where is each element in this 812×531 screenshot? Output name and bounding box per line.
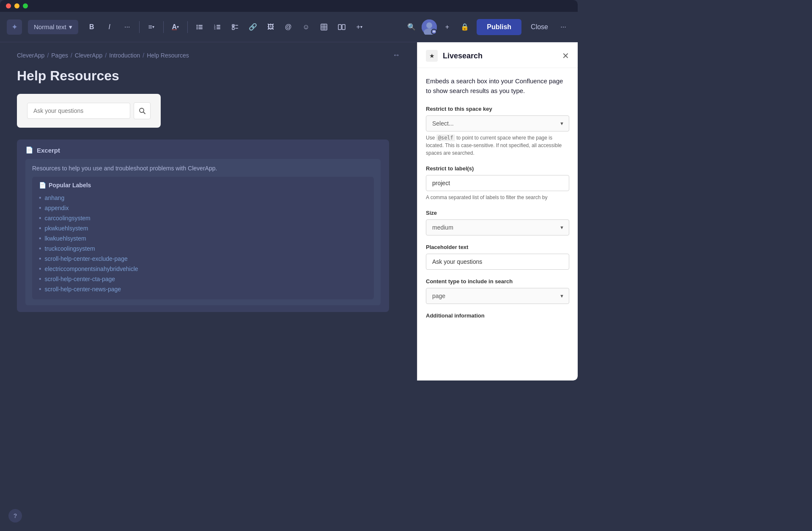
popular-labels-header: 📄 Popular Labels — [39, 182, 367, 189]
list-item: pkwkuehlsystem — [39, 223, 367, 233]
label-link[interactable]: carcoolingsystem — [45, 215, 91, 222]
size-select-wrapper: small medium large — [426, 219, 569, 235]
svg-rect-14 — [232, 27, 234, 30]
popular-labels-section: 📄 Popular Labels anhang appendix carcool… — [32, 177, 374, 299]
labels-input[interactable] — [426, 175, 569, 191]
panel-title: Livesearch — [443, 52, 557, 60]
livesearch-input[interactable] — [27, 103, 130, 119]
minimize-dot[interactable] — [14, 3, 19, 8]
link-button[interactable]: 🔗 — [245, 19, 261, 35]
label-link[interactable]: scroll-help-center-cta-page — [45, 276, 115, 282]
label-list: anhang appendix carcoolingsystem pkwkueh… — [39, 193, 367, 294]
toolbar-separator — [139, 21, 140, 33]
breadcrumb-item-5[interactable]: Help Resources — [147, 52, 189, 59]
main-area: CleverApp / Pages / CleverApp / Introduc… — [0, 42, 578, 380]
excerpt-text: Resources to help you use and troublesho… — [32, 165, 374, 172]
maximize-dot[interactable] — [23, 3, 28, 8]
breadcrumb-item-3[interactable]: CleverApp — [75, 52, 102, 59]
page-title: Help Resources — [17, 68, 400, 84]
search-box — [27, 102, 151, 119]
more-formatting-button[interactable]: ··· — [120, 19, 135, 35]
svg-rect-16 — [321, 24, 327, 30]
bullet-list-button[interactable] — [192, 19, 207, 35]
labels-hint: A comma separated list of labels to filt… — [426, 194, 569, 201]
list-item: lkwkuehlsystem — [39, 233, 367, 244]
labels-label: Restrict to label(s) — [426, 165, 569, 172]
size-field: Size small medium large — [426, 210, 569, 235]
bold-button[interactable]: B — [84, 19, 99, 35]
placeholder-input[interactable] — [426, 254, 569, 270]
columns-button[interactable] — [334, 19, 349, 35]
panel-body: Embeds a search box into your Confluence… — [417, 68, 578, 380]
space-key-field: Restrict to this space key Select... Use… — [426, 106, 569, 157]
label-link[interactable]: lkwkuehlsystem — [45, 235, 86, 242]
svg-rect-21 — [338, 25, 341, 30]
content-type-select[interactable]: page blogpost all — [426, 288, 569, 304]
insert-button[interactable]: +▾ — [352, 19, 367, 35]
svg-rect-9 — [217, 27, 220, 27]
label-link[interactable]: truckcoolingsystem — [45, 245, 95, 252]
text-color-button[interactable]: A▾ — [168, 19, 183, 35]
size-select[interactable]: small medium large — [426, 219, 569, 235]
placeholder-field: Placeholder text — [426, 244, 569, 270]
svg-rect-11 — [217, 28, 220, 29]
excerpt-header: 📄 Excerpt — [25, 146, 381, 154]
placeholder-label: Placeholder text — [426, 244, 569, 250]
table-button[interactable] — [316, 19, 332, 35]
task-list-button[interactable] — [228, 19, 243, 35]
plus-button[interactable]: + — [439, 19, 455, 35]
italic-button[interactable]: I — [102, 19, 117, 35]
breadcrumb-item-4[interactable]: Introduction — [109, 52, 140, 59]
mention-button[interactable]: @ — [281, 19, 296, 35]
content-type-select-wrapper: page blogpost all — [426, 288, 569, 304]
breadcrumb-expand[interactable]: ↔ — [392, 51, 400, 60]
label-link[interactable]: scroll-help-center-news-page — [45, 286, 121, 293]
label-link[interactable]: anhang — [45, 194, 65, 201]
panel-close-button[interactable]: ✕ — [562, 52, 569, 60]
align-button[interactable]: ≡▾ — [144, 19, 159, 35]
overflow-menu-button[interactable]: ··· — [556, 19, 571, 35]
content-type-label: Content type to include in search — [426, 278, 569, 285]
titlebar — [0, 0, 578, 12]
breadcrumb: CleverApp / Pages / CleverApp / Introduc… — [17, 51, 400, 60]
close-dot[interactable] — [6, 3, 11, 8]
svg-rect-15 — [235, 28, 238, 29]
svg-point-2 — [196, 26, 198, 27]
search-widget-container — [17, 94, 161, 128]
label-link[interactable]: pkwkuehlsystem — [45, 225, 88, 232]
lock-button[interactable]: 🔒 — [457, 19, 472, 35]
svg-rect-13 — [235, 25, 238, 26]
toolbar: ✦ Normal text ▾ B I ··· ≡▾ A▾ 1.2.3. 🔗 🖼… — [0, 12, 578, 42]
content-type-field: Content type to include in search page b… — [426, 278, 569, 304]
svg-rect-1 — [198, 25, 203, 26]
label-link[interactable]: electriccomponentsinahybridvehicle — [45, 266, 138, 272]
space-key-select[interactable]: Select... — [426, 115, 569, 131]
numbered-list-button[interactable]: 1.2.3. — [210, 19, 225, 35]
publish-button[interactable]: Publish — [477, 19, 521, 35]
excerpt-icon: 📄 — [25, 146, 33, 154]
search-button[interactable]: 🔍 — [404, 19, 419, 35]
list-item: scroll-help-center-news-page — [39, 284, 367, 294]
app-logo[interactable]: ✦ — [7, 19, 22, 35]
space-key-hint: Use @self to point to current space wher… — [426, 134, 569, 157]
additional-info-label: Additional information — [426, 312, 569, 319]
list-item: scroll-help-center-exclude-page — [39, 254, 367, 264]
image-button[interactable]: 🖼 — [263, 19, 278, 35]
space-key-select-wrapper: Select... — [426, 115, 569, 131]
svg-point-24 — [426, 22, 432, 28]
popular-labels-icon: 📄 — [39, 182, 46, 189]
label-link[interactable]: scroll-help-center-exclude-page — [45, 255, 128, 262]
list-item: anhang — [39, 193, 367, 203]
list-item: electriccomponentsinahybridvehicle — [39, 264, 367, 274]
avatar[interactable]: M — [422, 19, 437, 35]
editor-pane: CleverApp / Pages / CleverApp / Introduc… — [0, 42, 417, 380]
label-link[interactable]: appendix — [45, 205, 69, 211]
breadcrumb-item-2[interactable]: Pages — [51, 52, 68, 59]
close-button[interactable]: Close — [526, 20, 553, 34]
livesearch-submit-button[interactable] — [134, 102, 151, 119]
svg-point-0 — [196, 25, 198, 26]
svg-line-27 — [143, 112, 145, 114]
breadcrumb-item-1[interactable]: CleverApp — [17, 52, 44, 59]
emoji-button[interactable]: ☺ — [299, 19, 314, 35]
text-style-dropdown[interactable]: Normal text ▾ — [28, 20, 78, 34]
